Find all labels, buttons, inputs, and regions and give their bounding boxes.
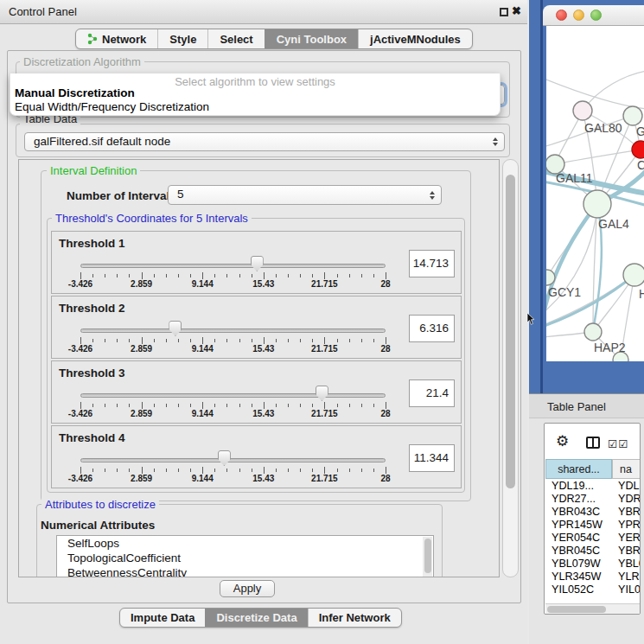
scrollbar-thumb[interactable] [506, 175, 515, 488]
slider-track[interactable] [80, 264, 386, 268]
tick-mark [142, 467, 143, 474]
column-header-shared-name[interactable]: shared... [545, 459, 612, 479]
algorithm-dropdown-popup: Select algorithm to view settings Manual… [10, 73, 501, 116]
tab-impute-data[interactable]: Impute Data [120, 609, 205, 627]
threshold-value-field[interactable]: 21.4 [409, 379, 455, 407]
tick-mark [190, 404, 191, 407]
attributes-list-scrollbar[interactable] [423, 537, 432, 577]
edge[interactable] [583, 71, 644, 111]
table-row[interactable]: YER054CYER0 [545, 532, 641, 545]
tick-mark [324, 467, 325, 474]
network-node[interactable] [623, 106, 642, 125]
tick-mark [80, 402, 81, 409]
network-node[interactable] [623, 264, 644, 286]
node-label: GA [636, 124, 644, 138]
slider-track[interactable] [80, 328, 386, 333]
node-label: GAL4 [598, 217, 629, 231]
attributes-group-title: Attributes to discretize [41, 498, 159, 511]
network-window-titlebar [543, 5, 644, 26]
tick-mark [166, 274, 167, 277]
tick-mark [105, 404, 105, 407]
numerical-attributes-list[interactable]: SelfLoopsTopologicalCoefficientBetweenne… [56, 535, 434, 577]
shared-name-cell: YIL052C [552, 583, 594, 596]
table-row[interactable]: YDL19...YDL1 [545, 480, 641, 493]
slider-track[interactable] [80, 393, 386, 398]
tab-select[interactable]: Select [207, 29, 264, 48]
dropdown-item-equal-width-frequency[interactable]: Equal Width/Frequency Discretization [10, 100, 500, 114]
edge[interactable] [546, 275, 634, 325]
table-row[interactable]: YBL079WYBL0 [545, 558, 641, 571]
tab-jactivemnodules[interactable]: jActiveMNodules [358, 29, 472, 48]
threshold-value-field[interactable]: 11.344 [409, 444, 455, 472]
table-row[interactable]: YDR27...YDR2 [545, 493, 641, 506]
network-node[interactable] [584, 323, 602, 341]
settings-scrollbar[interactable] [502, 159, 519, 577]
name-cell: YIL0 [618, 583, 641, 596]
apply-button[interactable]: Apply [220, 580, 275, 597]
tick-mark [117, 274, 118, 277]
shared-name-cell: YBR045C [552, 545, 600, 558]
threshold-label: Threshold 2 [59, 302, 125, 315]
split-columns-icon[interactable] [586, 437, 600, 449]
edge[interactable] [546, 80, 644, 109]
attribute-list-item[interactable]: BetweennessCentrality [57, 565, 433, 577]
table-row[interactable]: YLR345WYLR3 [545, 571, 641, 583]
edge[interactable] [555, 150, 641, 164]
zoom-traffic-light-icon[interactable] [590, 10, 602, 21]
interval-definition-title: Interval Definition [47, 164, 140, 177]
tick-mark [226, 339, 227, 342]
number-of-intervals-combo[interactable]: 5 [168, 185, 442, 205]
tick-mark [178, 339, 179, 342]
control-panel-window: Control Panel ✖ Network Style Select Cyn… [0, 0, 527, 644]
scrollbar-thumb[interactable] [424, 539, 431, 573]
slider-track[interactable] [80, 458, 386, 462]
numerical-attributes-label: Numerical Attributes [41, 519, 155, 532]
slider-handle[interactable] [316, 386, 328, 401]
float-window-icon[interactable] [500, 8, 508, 16]
tick-mark [239, 274, 240, 277]
tick-mark [92, 404, 93, 407]
tick-mark [154, 339, 155, 342]
gear-icon[interactable]: ⚙ [556, 432, 569, 450]
tick-mark [373, 469, 374, 472]
tab-infer-network[interactable]: Infer Network [308, 609, 401, 627]
dropdown-item-manual-discretization[interactable]: Manual Discretization [10, 86, 500, 100]
shared-name-cell: YDL19... [552, 480, 594, 493]
tab-discretize-data-label: Discretize Data [216, 611, 296, 624]
attribute-list-item[interactable]: TopologicalCoefficient [57, 551, 433, 565]
select-columns-checkboxes-icon[interactable]: ☑☑ [608, 437, 628, 450]
network-node[interactable] [573, 101, 592, 120]
close-traffic-light-icon[interactable] [556, 10, 567, 21]
tick-mark [264, 272, 265, 279]
shared-name-cell: YBL079W [552, 558, 601, 571]
tick-mark [226, 469, 227, 472]
tab-style[interactable]: Style [157, 29, 207, 48]
threshold-value-field[interactable]: 6.316 [409, 315, 455, 342]
threshold-value-field[interactable]: 14.713 [409, 250, 455, 277]
table-row[interactable]: YPR145WYPR1 [545, 519, 641, 532]
tick-mark [166, 339, 167, 342]
network-canvas[interactable]: GAL80GACGAL11GAL4GCY1HHAP2 [546, 26, 644, 361]
edge-bundle[interactable] [546, 275, 634, 327]
attribute-list-item[interactable]: SelfLoops [57, 536, 433, 551]
slider-handle[interactable] [169, 321, 182, 336]
tab-network[interactable]: Network [76, 29, 157, 48]
close-icon[interactable]: ✖ [512, 4, 521, 17]
scrollbar-thumb[interactable] [547, 606, 606, 613]
tab-cyni-toolbox[interactable]: Cyni Toolbox [265, 29, 358, 48]
tick-mark [226, 404, 227, 407]
table-row[interactable]: YBR043CYBR0 [545, 506, 641, 519]
slider-handle[interactable] [218, 450, 231, 466]
tab-discretize-data[interactable]: Discretize Data [205, 609, 307, 627]
tick-mark [312, 339, 313, 342]
tick-mark [276, 404, 277, 407]
table-hscrollbar[interactable] [545, 603, 641, 614]
table-row[interactable]: YIL052CYIL0 [545, 583, 641, 596]
network-node[interactable] [632, 141, 644, 158]
minimize-traffic-light-icon[interactable] [573, 10, 584, 21]
network-node[interactable] [583, 190, 611, 218]
table-data-combo[interactable]: galFiltered.sif default node [24, 132, 505, 151]
table-row[interactable]: YBR045CYBR0 [545, 545, 641, 558]
column-header-name[interactable]: na [612, 459, 641, 479]
slider-handle[interactable] [251, 256, 264, 271]
